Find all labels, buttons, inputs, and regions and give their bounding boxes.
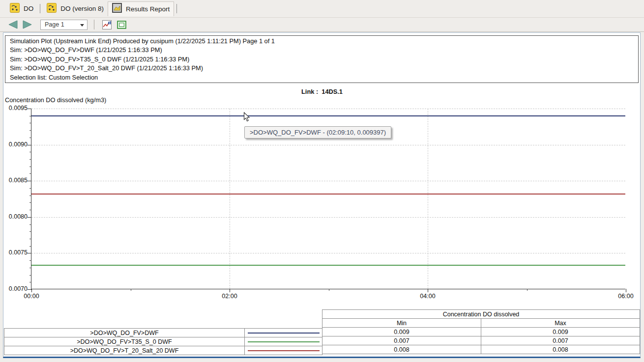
legend-label: >DO>WQ_DO_FV>T35_S_0 DWF <box>4 337 245 346</box>
series-line-1[interactable] <box>31 265 625 266</box>
legend-label: >DO>WQ_DO_FV>DWF <box>4 329 245 337</box>
y-minor-tick <box>29 282 31 282</box>
stats-row: 0.008 0.008 <box>322 345 640 354</box>
y-gridline <box>31 145 625 145</box>
stats-min-value: 0.008 <box>322 345 481 354</box>
stats-table: Concentration DO dissolved Min Max 0.009… <box>322 309 640 354</box>
next-page-button[interactable] <box>22 20 33 29</box>
info-line-title: Simulation Plot (Upstream Link End) Prod… <box>10 37 634 46</box>
x-minor-tick <box>527 289 527 291</box>
page-selector-value: Page 1 <box>45 21 64 28</box>
previous-page-button[interactable] <box>7 20 19 29</box>
tab-do-version-8[interactable]: DO (version 8) <box>43 1 108 16</box>
info-line-sim-3: Sim: >DO>WQ_DO_FV>T_20_Salt_20 DWF (1/21… <box>10 64 634 73</box>
stats-col-min: Min <box>322 319 481 328</box>
tab-results-report[interactable]: Results Report <box>108 1 174 16</box>
info-line-selection: Selection list: Custom Selection <box>10 73 634 82</box>
tab-label: DO (version 8) <box>60 5 104 12</box>
legend-label: >DO>WQ_DO_FV>T_20_Salt_20 DWF <box>4 346 245 355</box>
info-line-sim-2: Sim: >DO>WQ_DO_FV>T35_S_0 DWF (1/21/2025… <box>10 55 634 64</box>
x-gridline <box>230 109 230 289</box>
series-line-2[interactable] <box>31 194 625 195</box>
x-major-tick <box>230 289 230 292</box>
graph-options-button[interactable] <box>101 19 113 30</box>
y-minor-tick <box>29 130 31 131</box>
report-view-button[interactable] <box>116 19 127 30</box>
model-network-icon <box>10 3 20 15</box>
results-report-icon <box>112 3 122 15</box>
y-major-tick <box>28 109 31 109</box>
y-gridline <box>31 181 625 181</box>
stats-row: 0.009 0.009 <box>322 328 640 336</box>
y-minor-tick <box>29 231 31 232</box>
tab-separator <box>40 4 40 13</box>
y-minor-tick <box>29 239 31 239</box>
series-line-0[interactable] <box>31 115 625 116</box>
y-minor-tick <box>29 152 31 152</box>
legend-table: >DO>WQ_DO_FV>DWF >DO>WQ_DO_FV>T35_S_0 DW… <box>4 328 322 355</box>
page-selector-dropdown[interactable]: Page 1 <box>40 20 88 30</box>
x-major-tick <box>31 289 32 292</box>
y-minor-tick <box>29 159 31 160</box>
y-tick-label: 0.0075 <box>0 249 28 256</box>
legend-row[interactable]: >DO>WQ_DO_FV>DWF <box>4 329 322 337</box>
y-tick-label: 0.0085 <box>0 177 28 184</box>
y-tick-label: 0.0095 <box>0 105 28 111</box>
x-minor-tick <box>131 289 131 291</box>
x-tick-label: 04:00 <box>413 293 442 300</box>
y-tick-label: 0.0070 <box>0 285 28 292</box>
legend-line-sample <box>245 329 322 337</box>
stats-group-header: Concentration DO dissolved <box>322 310 640 319</box>
y-minor-tick <box>29 123 31 123</box>
stats-col-max: Max <box>481 319 640 328</box>
y-gridline <box>31 109 625 109</box>
chevron-down-icon <box>80 24 84 27</box>
tab-do[interactable]: DO <box>6 1 37 16</box>
series-hover-tooltip: >DO>WQ_DO_FV>DWF - (02:09:10, 0.009397) <box>244 126 391 139</box>
y-tick-label: 0.0080 <box>0 213 28 220</box>
x-minor-tick <box>329 289 329 291</box>
tab-label: DO <box>24 5 33 12</box>
y-major-tick <box>28 289 31 290</box>
y-major-tick <box>28 145 31 145</box>
chart-icon <box>102 20 112 29</box>
x-tick-label: 02:00 <box>215 293 244 300</box>
y-major-tick <box>28 253 31 253</box>
document-tab-bar: DO DO (version 8) Results Report <box>0 0 644 18</box>
y-major-tick <box>28 181 31 181</box>
results-report-window: DO DO (version 8) Results Report Page 1 <box>0 0 644 362</box>
report-grid-icon <box>117 20 126 29</box>
stats-max-value: 0.007 <box>481 336 640 345</box>
y-minor-tick <box>29 260 31 261</box>
model-network-icon <box>47 3 57 15</box>
stats-max-value: 0.008 <box>481 345 640 354</box>
legend-row[interactable]: >DO>WQ_DO_FV>T_20_Salt_20 DWF <box>4 346 322 355</box>
y-gridline <box>31 253 625 253</box>
info-line-sim-1: Sim: >DO>WQ_DO_FV>DWF (1/21/2025 1:16:33… <box>10 46 634 55</box>
y-axis-title: Concentration DO dissolved (kg/m3) <box>5 96 106 104</box>
report-toolbar: Page 1 <box>0 18 644 32</box>
y-minor-tick <box>29 188 31 189</box>
y-minor-tick <box>29 138 31 138</box>
stats-group-header-row: Concentration DO dissolved <box>322 310 640 319</box>
mouse-cursor <box>243 112 251 124</box>
legend-line-sample <box>245 346 322 355</box>
y-minor-tick <box>29 195 31 196</box>
link-title: Link : 14DS.1 <box>0 88 644 95</box>
stats-row: 0.007 0.007 <box>322 336 640 345</box>
stats-min-value: 0.009 <box>322 328 481 336</box>
y-minor-tick <box>29 202 31 203</box>
legend-row[interactable]: >DO>WQ_DO_FV>T35_S_0 DWF <box>4 337 322 346</box>
stats-max-value: 0.009 <box>481 328 640 336</box>
y-minor-tick <box>29 246 31 247</box>
stats-column-header-row: Min Max <box>322 319 640 328</box>
y-tick-label: 0.0090 <box>0 141 28 148</box>
simulation-info-box: Simulation Plot (Upstream Link End) Prod… <box>5 35 639 83</box>
y-major-tick <box>28 217 31 218</box>
y-minor-tick <box>29 275 31 276</box>
y-minor-tick <box>29 268 31 268</box>
x-gridline <box>428 109 428 289</box>
y-minor-tick <box>29 224 31 225</box>
x-tick-label: 00:00 <box>17 293 46 300</box>
x-tick-label: 06:00 <box>611 293 641 300</box>
